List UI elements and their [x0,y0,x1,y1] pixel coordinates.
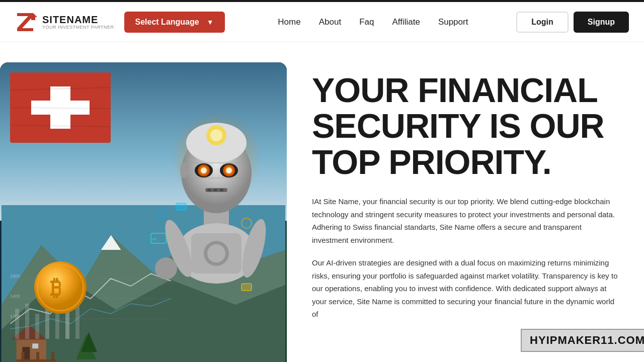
svg-point-57 [226,167,232,173]
hero-description-1: IAt Site Name, your financial security i… [312,195,619,246]
nav-about[interactable]: About [319,17,341,27]
robot-figure: AI [126,93,267,354]
language-select-label: Select Language [135,18,199,27]
svg-text:1400: 1400 [10,294,20,299]
logo-tagline: Your Investment Partner [42,25,114,30]
svg-point-47 [207,244,225,262]
logo-area: SITENAME Your Investment Partner [15,10,114,34]
svg-point-56 [201,167,207,173]
login-button[interactable]: Login [516,12,569,33]
svg-text:₿: ₿ [50,276,61,300]
svg-rect-28 [15,309,19,339]
nav-home[interactable]: Home [278,17,300,27]
svg-rect-64 [180,163,188,178]
svg-text:AI: AI [152,237,156,241]
auth-buttons: Login Signup [516,12,629,33]
nav-affiliate[interactable]: Affiliate [392,17,420,27]
svg-rect-29 [25,304,29,339]
hero-image: 1800 1400 1000 ₿ [0,62,287,362]
svg-rect-21 [36,352,39,362]
hero-content: YOUR FINANCIAL SECURITY IS OUR TOP PRIOR… [287,62,629,321]
watermark: HYIPMAKER11.COM [521,329,644,352]
logo-text: SITENAME Your Investment Partner [42,14,114,30]
hero-title: YOUR FINANCIAL SECURITY IS OUR TOP PRIOR… [312,72,619,180]
bitcoin-coin: ₿ [30,258,91,319]
svg-point-68 [155,257,177,280]
svg-rect-63 [219,189,223,191]
logo-icon [15,10,39,34]
svg-rect-62 [213,189,217,191]
chevron-down-icon: ▼ [207,18,214,26]
svg-text:1000: 1000 [10,314,20,319]
main-nav: Home About Faq Affiliate Support [240,17,507,27]
svg-point-73 [242,218,252,228]
hero-section: 1800 1400 1000 ₿ [0,42,644,362]
header: SITENAME Your Investment Partner Select … [0,2,644,42]
svg-rect-18 [32,343,38,348]
nav-support[interactable]: Support [438,17,468,27]
nav-faq[interactable]: Faq [359,17,374,27]
svg-rect-15 [17,339,46,359]
svg-rect-75 [242,284,252,291]
svg-rect-20 [21,352,24,362]
language-select-button[interactable]: Select Language ▼ [124,12,225,33]
svg-text:1800: 1800 [10,274,20,279]
logo-sitename: SITENAME [42,14,114,25]
svg-rect-61 [207,189,211,191]
svg-rect-22 [51,352,54,362]
svg-point-59 [210,129,222,141]
signup-button[interactable]: Signup [574,12,629,33]
svg-point-72 [157,209,165,217]
hero-description-2: Our AI-driven strategies are designed wi… [312,256,619,321]
svg-rect-74 [176,203,186,210]
hero-image-inner: 1800 1400 1000 ₿ [0,62,287,362]
swiss-flag [10,72,111,143]
